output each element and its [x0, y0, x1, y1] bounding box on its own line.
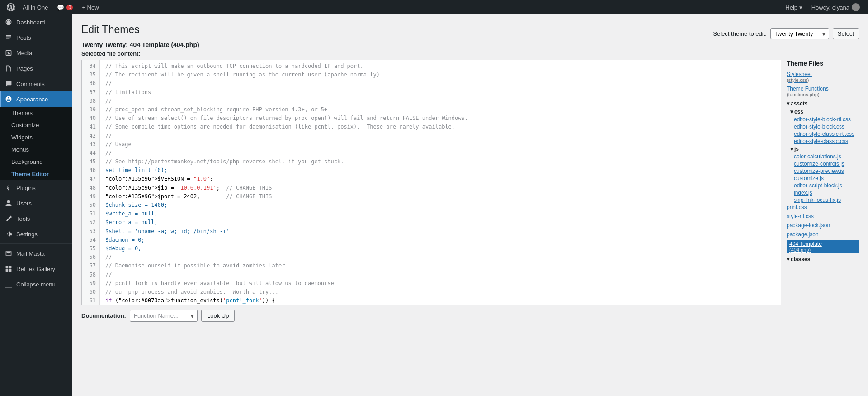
code-line: $chunk_size = 1400; — [105, 201, 775, 210]
tf-item-package-json[interactable]: package.json — [787, 231, 859, 238]
code-line: $debug = 0; — [105, 244, 775, 253]
sidebar-label-media: Media — [16, 50, 32, 57]
sidebar-item-settings[interactable]: Settings — [0, 226, 72, 242]
adminbar-user-menu[interactable]: Howdy, elyana — [807, 3, 864, 11]
collapse-icon — [5, 280, 13, 288]
tf-item-customize-preview[interactable]: customize-preview.js — [787, 167, 859, 175]
adminbar-help[interactable]: Help ▾ — [781, 0, 807, 14]
selected-file-content-label: Selected file content: — [81, 50, 859, 57]
sidebar-label-comments: Comments — [16, 81, 45, 87]
adminbar-comments[interactable]: 💬 0 — [52, 0, 77, 14]
tf-group-classes[interactable]: ▾ classes — [787, 255, 859, 263]
sidebar-item-appearance[interactable]: Appearance — [0, 91, 72, 107]
sidebar-item-posts[interactable]: Posts — [0, 30, 72, 45]
submenu-themes[interactable]: Themes — [0, 107, 72, 119]
admin-bar: All in One 💬 0 + New Help ▾ Howdy, elyan… — [0, 0, 868, 14]
sidebar-label-dashboard: Dashboard — [16, 19, 45, 26]
code-line: // — [105, 79, 775, 88]
submenu-background[interactable]: Background — [0, 156, 72, 168]
theme-files-title: Theme Files — [787, 60, 859, 67]
look-up-button[interactable]: Look Up — [201, 310, 235, 322]
wp-logo[interactable] — [4, 0, 18, 14]
tf-item-style-rtl[interactable]: style-rtl.css — [787, 213, 859, 220]
doc-function-select[interactable]: Function Name... — [130, 310, 198, 322]
reflex-gallery-icon — [5, 265, 13, 273]
svg-rect-4 — [6, 269, 9, 272]
tf-item-theme-functions[interactable]: Theme Functions(functions.php) — [787, 85, 859, 98]
tf-group-assets[interactable]: ▾ assets — [787, 100, 859, 108]
tf-item-editor-style-block-rtl[interactable]: editor-style-block-rtl.css — [787, 116, 859, 123]
tf-item-skip-link-focus-fix[interactable]: skip-link-focus-fix.js — [787, 196, 859, 204]
code-line: $write_a = null; — [105, 210, 775, 218]
sidebar-label-collapse: Collapse menu — [16, 281, 56, 288]
tf-item-editor-script-block[interactable]: editor-script-block.js — [787, 182, 859, 189]
tf-subgroup-js[interactable]: ▾ js — [787, 145, 859, 153]
tf-item-customize-controls[interactable]: customize-controls.js — [787, 160, 859, 167]
mail-masta-icon — [5, 249, 13, 258]
tf-item-color-calculations[interactable]: color-calculations.js — [787, 153, 859, 160]
code-line: // Some compile-time options are needed … — [105, 123, 775, 131]
settings-icon — [5, 230, 13, 238]
code-line: // ----- — [105, 149, 775, 157]
sidebar-item-comments[interactable]: Comments — [0, 76, 72, 91]
submenu-customize[interactable]: Customize — [0, 119, 72, 131]
tf-item-customize[interactable]: customize.js — [787, 175, 859, 182]
sidebar-label-mail-masta: Mail Masta — [16, 250, 45, 257]
code-content[interactable]: // This script will make an outbound TCP… — [100, 60, 781, 305]
code-editor[interactable]: 3435363738394041424344454647484950515253… — [82, 60, 781, 305]
code-line: if ("color:#0073aa">function_exists('pcn… — [105, 296, 775, 305]
svg-rect-6 — [5, 281, 12, 288]
sidebar-item-dashboard[interactable]: Dashboard — [0, 14, 72, 30]
submenu-label-background: Background — [11, 158, 42, 165]
select-button[interactable]: Select — [833, 28, 859, 39]
sidebar-item-media[interactable]: Media — [0, 45, 72, 61]
tf-item-print-css[interactable]: print.css — [787, 204, 859, 211]
theme-select-dropdown[interactable]: Twenty Twenty — [770, 28, 829, 39]
adminbar-site-name[interactable]: All in One — [18, 0, 52, 14]
sidebar-label-posts: Posts — [16, 34, 31, 41]
code-line: // Usage — [105, 140, 775, 149]
theme-files-panel: Theme Files Stylesheet(style.css)Theme F… — [787, 60, 859, 305]
tf-subgroup-css[interactable]: ▾ css — [787, 108, 859, 116]
submenu-label-theme-editor: Theme Editor — [11, 171, 49, 177]
sidebar-item-tools[interactable]: Tools — [0, 211, 72, 226]
sidebar-label-plugins: Plugins — [16, 185, 36, 191]
pages-icon — [5, 64, 13, 72]
adminbar-new[interactable]: + New — [77, 0, 103, 14]
tf-item-editor-style-block[interactable]: editor-style-block.css — [787, 123, 859, 130]
user-avatar — [852, 3, 860, 11]
code-line: "color:#135e96">$ip = '10.6.0.191'; // C… — [105, 184, 775, 192]
tf-item-404-template[interactable]: 404 Template(404.php) — [787, 240, 859, 253]
chevron-down-icon: ▾ — [790, 146, 793, 152]
svg-rect-3 — [9, 266, 12, 269]
sidebar-item-reflex-gallery[interactable]: ReFlex Gallery — [0, 261, 72, 277]
users-icon — [5, 199, 13, 207]
comments-icon — [5, 80, 13, 88]
theme-select-label: Select theme to edit: — [713, 30, 767, 37]
code-line: // See http://pentestmonkey.net/tools/ph… — [105, 157, 775, 166]
sidebar-label-pages: Pages — [16, 65, 33, 72]
sidebar-item-users[interactable]: Users — [0, 196, 72, 211]
dashboard-icon — [5, 18, 13, 26]
sidebar-item-pages[interactable]: Pages — [0, 61, 72, 76]
theme-files-list: Stylesheet(style.css)Theme Functions(fun… — [787, 71, 859, 263]
submenu-menus[interactable]: Menus — [0, 143, 72, 156]
sidebar-item-mail-masta[interactable]: Mail Masta — [0, 246, 72, 261]
code-line: // Limitations — [105, 88, 775, 97]
page-title: Edit Themes — [81, 24, 199, 36]
sidebar-item-plugins[interactable]: Plugins — [0, 180, 72, 196]
submenu-theme-editor[interactable]: Theme Editor — [0, 168, 72, 180]
code-line: // This script will make an outbound TCP… — [105, 62, 775, 71]
code-line: // — [105, 253, 775, 262]
documentation-bar: Documentation: Function Name... Look Up — [81, 305, 859, 322]
tf-item-editor-style-classic[interactable]: editor-style-classic.css — [787, 138, 859, 145]
sidebar-item-collapse[interactable]: Collapse menu — [0, 277, 72, 292]
code-line: set_time_limit (0); — [105, 166, 775, 175]
tf-item-editor-style-classic-rtl[interactable]: editor-style-classic-rtl.css — [787, 130, 859, 138]
tf-item-index-js[interactable]: index.js — [787, 189, 859, 196]
tf-item-package-lock[interactable]: package-lock.json — [787, 222, 859, 229]
code-line: // Use of stream_select() on file descri… — [105, 114, 775, 123]
code-line: "color:#135e96">$VERSION = "1.0"; — [105, 175, 775, 183]
tf-item-stylesheet[interactable]: Stylesheet(style.css) — [787, 71, 859, 83]
submenu-widgets[interactable]: Widgets — [0, 131, 72, 143]
